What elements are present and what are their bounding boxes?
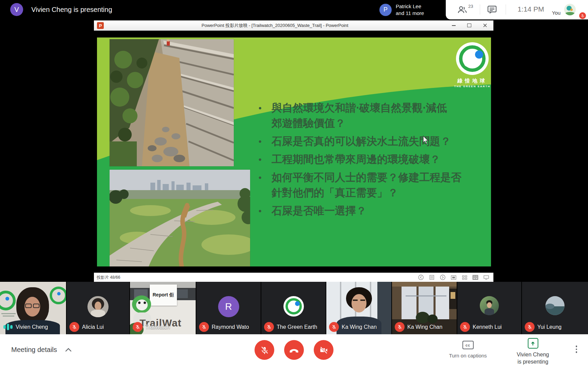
bullet-text: 針對他們的「真正需要」？ [272,187,398,199]
you-label: You [552,10,560,16]
green-earth-logo: 綠惜地球 THE GREEN EARTH [452,42,491,88]
participant-tile[interactable]: Vivien Cheng [0,282,66,334]
participant-tile[interactable]: R Raymond Wato [196,282,261,334]
slideshow-area: 綠惜地球 THE GREEN EARTH [94,31,493,273]
attendees-pill[interactable]: P Patrick Lee and 11 more [375,0,446,19]
muted-mic-icon [264,322,274,332]
participants-count: 23 [468,4,473,9]
presenting-line2: is presenting [517,358,549,365]
slide: 綠惜地球 THE GREEN EARTH [97,37,491,266]
bullet-item: • 如何平衡不同人士的需要？修建工程是否 針對他們的「真正需要」？ [259,170,490,200]
captions-icon: cc [462,341,474,349]
participant-tile[interactable]: Yui Leung [522,282,588,334]
meeting-details-label: Meeting details [11,346,57,354]
bullet-text: 如何平衡不同人士的需要？修建工程是否 [272,171,461,183]
bullet-item: • 石屎是否真的可以解決水土流失問題？ [259,134,490,149]
bullet-text: 石屎是否唯一選擇？ [272,203,366,218]
close-icon [477,20,493,30]
bullet-item: • 石屎是否唯一選擇？ [259,203,490,218]
speaking-indicator-icon [3,322,13,332]
presenter-banner: Vivien Cheng is presenting [31,0,112,19]
divider [506,4,506,15]
participant-tile[interactable]: The Green Earth [261,282,326,334]
powerpoint-icon: P [97,22,104,29]
camera-off-button[interactable] [314,340,333,360]
participant-tile[interactable]: Report 佢 TrailWat Trailwatch [130,282,196,334]
muted-mic-icon [460,322,470,332]
present-screen-icon [528,338,538,349]
bullet-dot: • [259,170,272,200]
captions-label: Turn on captions [449,353,487,358]
participant-strip: Vivien Cheng Alicia Lui Report 佢 [0,282,588,334]
chevron-up-icon [65,348,71,352]
participant-name: Alicia Lui [82,324,104,330]
bullet-dot: • [259,203,272,218]
mic-mute-button[interactable] [255,340,274,360]
participant-name: The Green Earth [277,324,317,330]
attendee-avatar: P [379,4,392,16]
hang-up-button[interactable] [284,340,304,360]
slide-counter: 投影片 48/66 [97,273,120,282]
muted-mic-icon [329,322,339,332]
minimize-icon [446,20,461,30]
green-earth-avatar [283,296,304,317]
display-settings-icon [483,275,489,280]
reading-view-icon [472,275,478,280]
logo-text-zh: 綠惜地球 [452,78,491,84]
muted-mic-icon [525,322,535,332]
meeting-details-button[interactable]: Meeting details [11,346,71,354]
attendee-names: Patrick Lee and 11 more [396,3,424,17]
maximize-icon [461,20,477,30]
participant-tile[interactable]: Alicia Lui [67,282,129,334]
participant-tile[interactable]: Kenneth Lui [457,282,521,334]
presenter-avatar: V [10,3,23,16]
turn-on-captions-button[interactable]: cc Turn on captions [439,341,497,358]
muted-mic-icon [199,322,209,332]
participant-name: Kenneth Lui [473,324,502,330]
you-muted-mic-icon [579,12,586,19]
bullet-dot: • [259,152,272,167]
logo-text-en: THE GREEN EARTH [452,85,491,88]
bullet-text: 郊遊體驗價值？ [272,117,345,129]
presenting-status-button[interactable]: Vivien Cheng is presenting [506,338,560,365]
mouse-cursor [423,136,429,144]
muted-mic-icon [395,322,405,332]
participant-tile[interactable]: Ka Wing Chan [326,282,391,334]
ppt-title-bar: P PowerPoint 投影片放映 - [Trailwatch_2020060… [94,20,493,31]
you-avatar[interactable] [564,4,576,15]
letter-avatar: R [218,296,239,317]
participant-name: Vivien Cheng [16,324,48,330]
presenting-line1: Vivien Cheng [517,351,549,358]
pen-menu-icon [429,275,435,280]
participants-icon[interactable] [457,5,468,14]
previous-slide-icon [418,275,424,280]
top-bar: V Vivien Cheng is presenting P Patrick L… [0,0,588,19]
divider [480,4,480,15]
slide-bullet-list: • 與自然環境欠和諧‧破壞自然景觀‧減低 郊遊體驗價值？ • 石屎是否真的可以解… [259,100,490,221]
attendee-line1: Patrick Lee [396,3,424,10]
slide-view-icon [451,275,457,280]
bullet-text: 與自然環境欠和諧‧破壞自然景觀‧減低 [272,102,447,114]
bullet-item: • 工程期間也常帶來周邊的環境破壞？ [259,152,490,167]
bullet-dot: • [259,100,272,131]
bullet-text: 工程期間也常帶來周邊的環境破壞？ [272,152,440,167]
shared-screen-powerpoint-window: P PowerPoint 投影片放映 - [Trailwatch_2020060… [94,20,493,282]
grid-view-icon [461,275,468,280]
more-options-button[interactable] [575,346,578,353]
participant-tile[interactable]: Ka Wing Chan [392,282,457,334]
photo-trail-hillside [110,170,250,266]
next-slide-icon [440,275,446,280]
bullet-item: • 與自然環境欠和諧‧破壞自然景觀‧減低 郊遊體驗價值？ [259,100,490,131]
muted-mic-icon [133,322,143,332]
presenting-label: Vivien Cheng is presenting [517,351,549,365]
participant-name: Ka Wing Chan [407,324,442,330]
photo-eroded-trail-stairs [110,39,234,166]
report-sign-text: Report 佢 [153,292,174,298]
participant-name: Trailwatch [145,324,170,330]
bullet-dot: • [259,134,272,149]
ppt-status-bar: 投影片 48/66 [94,273,493,282]
muted-mic-icon [69,322,79,332]
chat-icon[interactable] [487,5,497,14]
top-right-panel: 23 1:14 PM You [446,0,588,19]
participant-name: Raymond Wato [212,324,249,330]
